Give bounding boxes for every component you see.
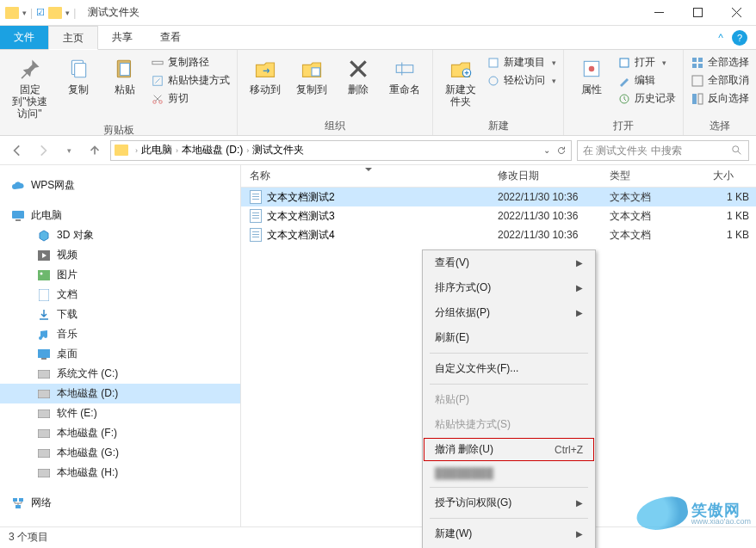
chevron-down-icon[interactable]: ▾ [22, 9, 27, 17]
ctx-blurred[interactable]: ████████ [423, 462, 595, 484]
chevron-right-icon[interactable]: › [245, 146, 251, 155]
tree-item-music[interactable]: 音乐 [0, 324, 240, 344]
pin-to-quick-access-button[interactable]: 固定到"快速访问" [7, 53, 53, 121]
file-size: 1 KB [704, 229, 756, 241]
tree-item-pictures[interactable]: 图片 [0, 265, 240, 285]
ribbon-tabs: 文件 主页 共享 查看 ^ ? [0, 26, 756, 50]
svg-rect-34 [38, 370, 50, 379]
new-item-button[interactable]: 新建项目▾ [486, 53, 556, 71]
back-button[interactable] [7, 140, 28, 161]
tab-view[interactable]: 查看 [146, 26, 195, 49]
column-date[interactable]: 修改日期 [489, 169, 601, 183]
delete-button[interactable]: 删除 [338, 53, 379, 98]
easy-access-button[interactable]: 轻松访问▾ [486, 71, 556, 89]
file-row[interactable]: 文本文档测试42022/11/30 10:36文本文档1 KB [241, 225, 756, 244]
chevron-down-icon[interactable]: ⌄ [543, 145, 550, 155]
tree-item-documents[interactable]: 文档 [0, 285, 240, 305]
refresh-icon[interactable] [555, 145, 567, 157]
select-none-button[interactable]: 全部取消 [691, 71, 749, 89]
address-bar[interactable]: › 此电脑 › 本地磁盘 (D:) › 测试文件夹 ⌄ [110, 140, 572, 161]
cut-button[interactable]: 剪切 [151, 89, 230, 108]
search-icon[interactable] [731, 145, 743, 157]
search-input[interactable] [583, 145, 731, 157]
file-date: 2022/11/30 10:36 [489, 229, 601, 241]
tree-item-wps[interactable]: WPS网盘 [0, 175, 240, 195]
svg-rect-2 [75, 64, 86, 77]
navigation-tree[interactable]: WPS网盘 此电脑 3D 对象 视频 图片 文档 下载 音乐 桌面 系统文件 (… [0, 165, 241, 526]
column-type[interactable]: 类型 [601, 169, 704, 183]
svg-rect-9 [312, 68, 319, 76]
new-folder-button[interactable]: 新建文件夹 [440, 53, 481, 110]
ctx-view[interactable]: 查看(V)▶ [423, 250, 595, 275]
svg-point-15 [589, 66, 595, 72]
history-button[interactable]: 历史记录 [617, 89, 676, 108]
paste-shortcut-button[interactable]: 粘贴快捷方式 [151, 71, 230, 89]
tab-file[interactable]: 文件 [0, 26, 48, 49]
expand-ribbon-icon[interactable]: ^ [718, 32, 723, 44]
copy-path-button[interactable]: 复制路径 [151, 53, 230, 71]
breadcrumb-this-pc[interactable]: 此电脑 [141, 143, 172, 157]
tab-share[interactable]: 共享 [98, 26, 146, 49]
search-box[interactable] [577, 140, 749, 161]
help-icon[interactable]: ? [732, 30, 747, 46]
move-to-button[interactable]: 移动到 [245, 53, 286, 98]
ctx-refresh[interactable]: 刷新(E) [423, 325, 595, 350]
tree-item-drive-d[interactable]: 本地磁盘 (D:) [0, 384, 240, 403]
chevron-right-icon: ▶ [576, 258, 583, 268]
file-date: 2022/11/30 10:36 [489, 191, 601, 203]
tab-home[interactable]: 主页 [48, 26, 98, 50]
breadcrumb-drive[interactable]: 本地磁盘 (D:) [182, 143, 243, 157]
file-row[interactable]: 文本文档测试32022/11/30 10:36文本文档1 KB [241, 206, 756, 225]
chevron-right-icon[interactable]: › [133, 146, 139, 155]
minimize-button[interactable] [640, 0, 679, 26]
file-name: 文本文档测试3 [267, 209, 335, 224]
navigation-bar: ▾ › 此电脑 › 本地磁盘 (D:) › 测试文件夹 ⌄ [0, 136, 756, 165]
chevron-right-icon: ▶ [576, 529, 583, 539]
easy-access-icon [486, 74, 500, 88]
open-button[interactable]: 打开▾ [617, 53, 676, 71]
column-size[interactable]: 大小 [704, 169, 756, 183]
tree-item-videos[interactable]: 视频 [0, 245, 240, 265]
tree-item-drive-e[interactable]: 软件 (E:) [0, 403, 240, 423]
chevron-right-icon[interactable]: › [174, 146, 180, 155]
copy-button[interactable]: 复制 [58, 53, 99, 98]
edit-button[interactable]: 编辑 [617, 71, 676, 89]
breadcrumb-folder[interactable]: 测试文件夹 [252, 143, 304, 157]
ctx-customize[interactable]: 自定义文件夹(F)... [423, 356, 595, 381]
history-icon [617, 92, 631, 106]
tree-item-desktop[interactable]: 桌面 [0, 344, 240, 364]
forward-button[interactable] [33, 140, 53, 161]
maximize-button[interactable] [679, 0, 717, 26]
paste-button[interactable]: 粘贴 [104, 53, 146, 98]
drive-icon [36, 446, 52, 460]
tree-item-this-pc[interactable]: 此电脑 [0, 206, 240, 225]
ctx-new[interactable]: 新建(W)▶ [423, 521, 595, 546]
ctx-grant-access[interactable]: 授予访问权限(G)▶ [423, 490, 595, 515]
properties-button[interactable]: 属性 [571, 53, 612, 98]
music-icon [36, 328, 52, 342]
rename-button[interactable]: 重命名 [384, 53, 425, 98]
chevron-down-icon[interactable]: ▾ [65, 9, 70, 17]
tree-item-drive-g[interactable]: 本地磁盘 (G:) [0, 443, 240, 463]
tree-item-drive-h[interactable]: 本地磁盘 (H:) [0, 463, 240, 483]
invert-selection-button[interactable]: 反向选择 [691, 89, 749, 108]
text-file-icon [250, 228, 262, 242]
checkbox-icon[interactable]: ☑ [36, 7, 45, 18]
tree-item-3d-objects[interactable]: 3D 对象 [0, 225, 240, 245]
up-button[interactable] [84, 140, 105, 161]
tree-item-drive-f[interactable]: 本地磁盘 (F:) [0, 423, 240, 443]
tree-item-network[interactable]: 网络 [0, 493, 240, 513]
file-row[interactable]: 文本文档测试22022/11/30 10:36文本文档1 KB [241, 188, 756, 206]
column-name[interactable]: 名称 [241, 169, 489, 183]
tree-item-downloads[interactable]: 下载 [0, 305, 240, 324]
separator [430, 487, 588, 488]
move-icon [251, 55, 279, 83]
ctx-sort[interactable]: 排序方式(O)▶ [423, 275, 595, 300]
tree-item-drive-c[interactable]: 系统文件 (C:) [0, 364, 240, 384]
close-button[interactable] [717, 0, 756, 26]
select-all-button[interactable]: 全部选择 [691, 53, 749, 71]
copy-to-button[interactable]: 复制到 [291, 53, 332, 98]
ctx-group[interactable]: 分组依据(P)▶ [423, 300, 595, 325]
recent-button[interactable]: ▾ [59, 140, 79, 161]
ctx-undo-delete[interactable]: 撤消 删除(U)Ctrl+Z [423, 437, 595, 462]
